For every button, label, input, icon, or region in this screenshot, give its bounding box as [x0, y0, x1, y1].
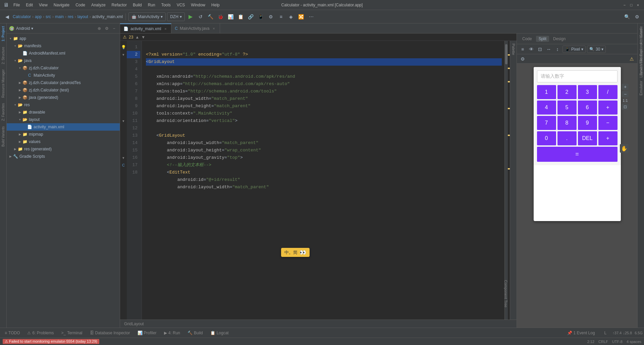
indent[interactable]: 4 spaces [627, 340, 641, 344]
calc-btn-7[interactable]: 7 [537, 116, 556, 130]
coverage-button[interactable]: 📋 [236, 12, 245, 21]
sync-button[interactable]: ↺ [196, 12, 205, 21]
gutter-expand-2[interactable]: ▾ [120, 51, 127, 58]
menu-tools[interactable]: Tools [159, 2, 173, 8]
tree-item-java-generated[interactable]: ▶ 📦 java (generated) [7, 94, 120, 101]
minimize-button[interactable]: − [622, 2, 627, 8]
code-view-button[interactable]: Code [520, 36, 535, 42]
breadcrumb-calculator[interactable]: Calculator [13, 14, 31, 19]
vcs-button[interactable]: 🔀 [297, 12, 306, 21]
zoom-fit-button[interactable]: ⊡ [622, 104, 629, 110]
calc-btn-2[interactable]: 2 [557, 85, 577, 99]
scrollbar-thumb[interactable] [505, 44, 507, 64]
breadcrumb-layout[interactable]: layout [77, 14, 88, 19]
panel-settings-button[interactable]: ⚙ [104, 25, 110, 31]
close-button[interactable]: × [635, 2, 641, 8]
tab-activity-main[interactable]: 📄 activity_main.xml × [120, 23, 171, 33]
calc-btn-4[interactable]: 4 [537, 100, 556, 115]
project-strip-label[interactable]: 1: Project [1, 23, 6, 44]
tab-close-activity-main[interactable]: × [163, 26, 168, 31]
menu-analyze[interactable]: Analyze [89, 2, 108, 8]
device-dropdown[interactable]: DZH ▾ [167, 12, 185, 21]
profiler-tab[interactable]: 📊 Profiler [134, 329, 160, 337]
build-tab[interactable]: 🔨 Build [184, 329, 206, 337]
calc-btn-equals[interactable]: = [537, 147, 618, 162]
preview-height-button[interactable]: ↕ [554, 46, 561, 53]
component-tree-label[interactable]: Component Tree [504, 280, 508, 307]
pixel-dropdown[interactable]: 📱 Pixel ▾ [562, 46, 586, 53]
device-file-explorer-tab[interactable]: Device File Explorer [638, 40, 644, 78]
tree-item-res-generated[interactable]: ▶ 📁 res (generated) [7, 145, 120, 153]
hand-tool-button[interactable]: ✋ [620, 144, 629, 153]
menu-file[interactable]: File [11, 2, 22, 8]
search-button[interactable]: 🔍 [623, 12, 631, 21]
tree-item-values[interactable]: ▶ 📁 values [7, 138, 120, 145]
git-button[interactable]: ◈ [287, 12, 296, 21]
settings-button[interactable]: ⚙ [633, 12, 641, 21]
calc-btn-dot[interactable]: . [557, 131, 577, 145]
panel-dropdown-arrow[interactable]: ▾ [31, 26, 33, 31]
run-button[interactable]: ▶ [186, 12, 195, 21]
build-button[interactable]: 🔨 [206, 12, 215, 21]
calc-btn-del[interactable]: DEL [578, 131, 597, 145]
zoom-dropdown[interactable]: 🔍 30 ▾ [587, 46, 606, 53]
breadcrumb-main[interactable]: main [55, 14, 64, 19]
event-log-tab[interactable]: 📌 1 Event Log [564, 329, 598, 337]
tab-mainactivity[interactable]: C MainActivity.java × [171, 23, 220, 33]
calc-btn-div[interactable]: / [598, 85, 618, 99]
zoom-out-button[interactable]: − [622, 91, 629, 97]
menu-run[interactable]: Run [145, 2, 158, 8]
calc-btn-9[interactable]: 9 [578, 116, 597, 130]
terminal-tab[interactable]: >_ Terminal [58, 329, 86, 337]
maximize-button[interactable]: □ [629, 2, 634, 8]
menu-vcs[interactable]: VCS [174, 2, 188, 8]
sdk-button[interactable]: ⚙ [267, 12, 275, 21]
tree-item-mipmap[interactable]: ▶ 📁 mipmap [7, 131, 120, 138]
menu-help[interactable]: Help [209, 2, 222, 8]
calc-btn-8[interactable]: 8 [557, 116, 577, 130]
activity-dropdown[interactable]: 🤖 MainActivity ▾ [128, 12, 166, 21]
build-variants-strip-label[interactable]: Build Variants [1, 124, 6, 149]
preview-layers-button[interactable]: ≡ [519, 46, 526, 53]
debug-button[interactable]: 🐞 [216, 12, 225, 21]
calc-btn-3[interactable]: 3 [578, 85, 597, 99]
breadcrumb-app[interactable]: app [35, 14, 42, 19]
emulator-tab[interactable]: Emulator [638, 78, 644, 98]
tree-item-activity-main[interactable]: 📄 activity_main.xml [7, 123, 120, 131]
tree-item-manifests[interactable]: ▾ 📂 manifests [7, 42, 120, 50]
tree-item-drawable[interactable]: ▶ 📁 drawable [7, 109, 120, 116]
menu-navigate[interactable]: Navigate [51, 2, 72, 8]
profile-button[interactable]: 📊 [226, 12, 235, 21]
editor-scrollbar[interactable] [504, 41, 508, 320]
line-ending[interactable]: CRLF [598, 340, 608, 344]
breadcrumb-src[interactable]: src [46, 14, 51, 19]
tree-item-java[interactable]: ▾ 📂 java [7, 57, 120, 64]
attach-button[interactable]: 🔗 [247, 12, 255, 21]
gutter-expand-11[interactable]: ▾ [120, 117, 127, 125]
zoom-in-button[interactable]: + [622, 84, 629, 90]
back-button[interactable]: ◀ [3, 12, 11, 21]
design-view-button[interactable]: Design [550, 36, 568, 42]
calc-btn-plus2[interactable]: + [598, 131, 618, 145]
structure-strip-label[interactable]: 2: Structure [1, 44, 6, 67]
tree-item-package-test[interactable]: ▶ 📦 zj.dzh.Calculator (test) [7, 86, 120, 94]
tree-item-androidmanifest[interactable]: 📄 AndroidManifest.xml [7, 50, 120, 57]
calc-btn-5[interactable]: 5 [557, 100, 577, 115]
tree-item-res[interactable]: ▾ 📂 res [7, 101, 120, 109]
calc-btn-plus1[interactable]: + [598, 100, 618, 115]
tree-item-package-main[interactable]: ▾ 📦 zj.dzh.Calculator [7, 64, 120, 72]
panel-gear-button[interactable]: ⊕ [96, 25, 102, 31]
todo-tab[interactable]: ≡ TODO [1, 329, 23, 337]
panel-close-button[interactable]: − [111, 25, 117, 31]
gradle-panel-tab[interactable]: Gradle [638, 23, 644, 40]
warning-btn[interactable]: ⚠ [628, 55, 635, 63]
split-view-button[interactable]: Split [536, 36, 549, 42]
tree-item-layout[interactable]: ▾ 📂 layout [7, 116, 120, 123]
charset[interactable]: UTF-8 [612, 340, 623, 344]
gutter-expand-16[interactable]: ▾ [120, 154, 127, 161]
attrs-button[interactable]: ⚙ [519, 55, 526, 63]
database-tab[interactable]: 🗄 Database Inspector [87, 329, 133, 337]
favorites-strip-label[interactable]: Z: Favorites [1, 100, 6, 124]
tree-item-app[interactable]: ▾ 📁 app [7, 35, 120, 42]
tree-item-gradle[interactable]: ▶ 🔧 Gradle Scripts [7, 153, 120, 160]
